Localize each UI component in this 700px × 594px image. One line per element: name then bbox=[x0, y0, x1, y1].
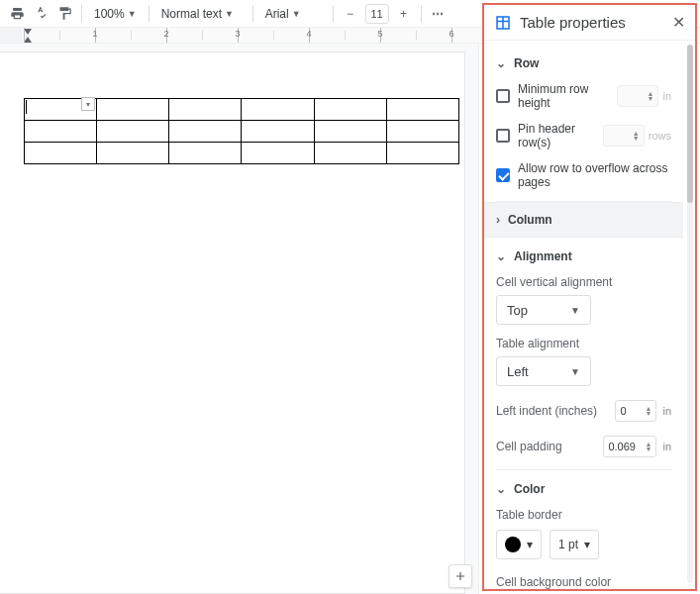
table-cell[interactable] bbox=[242, 99, 314, 121]
table-cell[interactable] bbox=[25, 121, 97, 143]
font-combo[interactable]: Arial ▼ bbox=[259, 3, 327, 25]
document-page[interactable]: ▾ bbox=[0, 51, 465, 594]
ruler-tick-minor bbox=[131, 31, 132, 40]
ruler-margin bbox=[0, 28, 22, 43]
toolbar-separator bbox=[149, 5, 150, 23]
section-column-title: Column bbox=[508, 213, 552, 227]
border-color-button[interactable]: ▾ bbox=[496, 530, 542, 559]
table-row[interactable] bbox=[25, 121, 459, 143]
left-indent-marker[interactable] bbox=[24, 37, 32, 43]
pin-header-stepper[interactable]: ▲▼ bbox=[603, 125, 645, 147]
paint-format-icon[interactable] bbox=[53, 3, 75, 25]
panel-body: ⌄ Row Minimum row height ▲▼ in Pin h bbox=[484, 45, 683, 589]
overflow-label: Allow row to overflow across pages bbox=[518, 161, 671, 189]
toolbar-separator bbox=[333, 5, 334, 23]
section-alignment-header[interactable]: ⌄ Alignment bbox=[496, 249, 671, 263]
pin-header-label: Pin header row(s) bbox=[518, 122, 595, 149]
cell-background-color-label: Cell background color bbox=[496, 575, 671, 589]
overflow-checkbox[interactable] bbox=[496, 168, 510, 182]
section-alignment: ⌄ Alignment Cell vertical alignment Top … bbox=[496, 238, 671, 470]
border-width-button[interactable]: 1 pt ▾ bbox=[550, 530, 599, 559]
ruler-tick-minor bbox=[202, 31, 203, 40]
table-cell-handle[interactable]: ▾ bbox=[81, 97, 95, 111]
min-height-label: Minimum row height bbox=[518, 82, 609, 110]
table-cell[interactable] bbox=[169, 99, 242, 121]
panel-header: Table properties ✕ bbox=[484, 5, 695, 41]
more-toolbar-button[interactable]: ⋯ bbox=[428, 3, 450, 25]
table-cell[interactable] bbox=[97, 121, 169, 143]
cell-padding-unit: in bbox=[662, 441, 671, 452]
panel-title: Table properties bbox=[520, 14, 626, 31]
ruler-tick-minor bbox=[59, 31, 60, 40]
row-min-height: Minimum row height ▲▼ in bbox=[496, 82, 671, 110]
pin-header-checkbox[interactable] bbox=[496, 129, 510, 143]
table-row[interactable] bbox=[25, 143, 459, 164]
table-icon bbox=[494, 14, 512, 32]
table-cell[interactable] bbox=[169, 121, 242, 143]
cell-vertical-alignment-select[interactable]: Top ▼ bbox=[496, 295, 591, 325]
table-cell[interactable] bbox=[386, 121, 458, 143]
first-line-indent-marker[interactable] bbox=[24, 29, 32, 35]
table-cell[interactable] bbox=[242, 121, 314, 143]
min-height-unit: in bbox=[662, 90, 671, 102]
ruler-label: 4 bbox=[306, 29, 311, 39]
font-size-value[interactable]: 11 bbox=[365, 4, 389, 24]
table-cell[interactable] bbox=[314, 143, 386, 164]
panel-scrollbar[interactable] bbox=[687, 45, 693, 583]
border-color-swatch bbox=[505, 537, 521, 552]
table-properties-panel: Table properties ✕ ⌄ Row Minimum row hei… bbox=[482, 3, 697, 591]
ruler-label: 5 bbox=[377, 29, 382, 39]
table-cell[interactable] bbox=[386, 99, 458, 121]
table-alignment-select[interactable]: Left ▼ bbox=[496, 356, 591, 386]
cell-padding-row: Cell padding 0.069 ▲▼ in bbox=[496, 436, 671, 457]
min-height-checkbox[interactable] bbox=[496, 89, 510, 103]
left-indent-stepper[interactable]: 0 ▲▼ bbox=[615, 400, 656, 422]
document-table[interactable]: ▾ bbox=[24, 98, 459, 164]
table-cell[interactable] bbox=[169, 143, 242, 164]
font-size-stepper: − 11 + bbox=[340, 3, 415, 25]
section-color-header[interactable]: ⌄ Color bbox=[496, 482, 671, 496]
min-height-stepper[interactable]: ▲▼ bbox=[617, 85, 658, 107]
cell-padding-stepper[interactable]: 0.069 ▲▼ bbox=[603, 436, 656, 457]
ruler-tick-minor bbox=[345, 31, 346, 40]
section-color: ⌄ Color Table border ▾ 1 pt ▾ Cell backg… bbox=[496, 470, 671, 589]
paragraph-style-value: Normal text bbox=[161, 7, 222, 21]
toolbar-separator bbox=[421, 5, 422, 23]
table-cell[interactable] bbox=[314, 121, 386, 143]
document-workspace: ▾ bbox=[0, 44, 479, 594]
left-indent-unit: in bbox=[662, 405, 671, 417]
ruler-tick-minor bbox=[273, 31, 274, 40]
table-cell[interactable] bbox=[242, 143, 314, 164]
section-column-header[interactable]: › Column bbox=[484, 202, 683, 238]
explore-button[interactable] bbox=[449, 564, 472, 588]
chevron-down-icon: ⌄ bbox=[496, 482, 506, 496]
chevron-down-icon: ▾ bbox=[584, 538, 590, 551]
ruler-label: 3 bbox=[235, 29, 240, 39]
scrollbar-thumb[interactable] bbox=[687, 45, 693, 203]
chevron-down-icon: ▼ bbox=[292, 9, 301, 19]
zoom-combo[interactable]: 100% ▼ bbox=[88, 3, 143, 25]
section-color-title: Color bbox=[514, 482, 545, 496]
decrease-font-size-button[interactable]: − bbox=[340, 3, 361, 25]
chevron-down-icon: ▾ bbox=[527, 538, 533, 551]
cell-padding-value: 0.069 bbox=[608, 441, 636, 452]
print-icon[interactable] bbox=[6, 3, 28, 25]
close-icon[interactable]: ✕ bbox=[672, 13, 685, 32]
table-border-row: ▾ 1 pt ▾ bbox=[496, 530, 671, 559]
table-cell[interactable] bbox=[314, 99, 386, 121]
spellcheck-icon[interactable] bbox=[30, 3, 51, 25]
chevron-down-icon: ▼ bbox=[128, 9, 137, 19]
chevron-right-icon: › bbox=[496, 213, 500, 227]
section-row-header[interactable]: ⌄ Row bbox=[496, 56, 671, 70]
ruler-tick bbox=[24, 28, 25, 43]
text-caret bbox=[26, 100, 27, 114]
table-cell[interactable] bbox=[25, 143, 97, 164]
toolbar-separator bbox=[81, 5, 82, 23]
table-cell[interactable] bbox=[386, 143, 458, 164]
paragraph-style-combo[interactable]: Normal text ▼ bbox=[155, 3, 247, 25]
left-indent-label: Left indent (inches) bbox=[496, 404, 597, 418]
increase-font-size-button[interactable]: + bbox=[393, 3, 415, 25]
table-cell[interactable] bbox=[97, 143, 169, 164]
zoom-value: 100% bbox=[94, 7, 125, 21]
table-cell[interactable] bbox=[97, 99, 169, 121]
